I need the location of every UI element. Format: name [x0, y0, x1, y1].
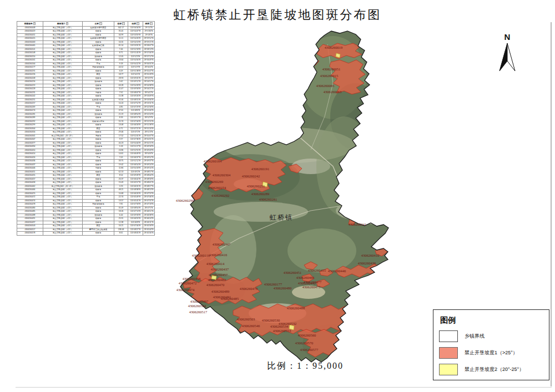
spot-number-label: 4306260458 [183, 277, 201, 281]
north-arrow-right-half [507, 43, 515, 71]
spot-number-label: 4306260051 [322, 67, 341, 71]
spot-number-label: 4306260504 [188, 304, 206, 308]
spot-number-label: 4306260299 [176, 198, 194, 202]
spot-number-label: 4306260517 [189, 310, 208, 314]
spot-number-label: 4306260577 [300, 348, 319, 352]
spot-number-label: 4306260472 [179, 281, 197, 285]
spot-number-label: 4306260292 [211, 194, 230, 197]
spot-number-label: 4306260455 [308, 268, 326, 272]
spot-number-label: 4306260553 [273, 329, 291, 333]
spot-number-label: 4306260274 [208, 186, 226, 190]
spot-number-label: 4306260436 [358, 261, 376, 265]
scale-label: 比例：1：95,000 [239, 360, 372, 372]
spot-number-label: 4306260416 [209, 253, 228, 257]
spot-number-label: 4306260015 [320, 74, 339, 78]
spot-number-label: 4306260560 [298, 333, 316, 337]
spot-number-label: 4306260347 [213, 242, 231, 246]
spot-number-label: 4306260242 [242, 174, 260, 178]
legend-swatch-slope1 [439, 347, 458, 359]
spot-number-label: 4306260191 [251, 167, 270, 171]
north-arrow: N [500, 32, 515, 71]
spot-number-label: 4306260480 [274, 286, 292, 290]
spot-number-label: 4306260570 [295, 341, 314, 345]
spot-number-label: 4306260451 [284, 271, 302, 274]
spot-number-label: 4306260530 [262, 318, 280, 322]
spot-number-label: 4306260281 [259, 197, 278, 201]
spot-number-label: 4306260446 [328, 269, 346, 273]
spot-number-label: 4306260063 [324, 90, 342, 94]
spot-number-label: 4306260437 [211, 267, 229, 271]
spot-number-label: 4306260474 [176, 288, 195, 292]
spot-number-label: 4306260497 [190, 299, 209, 303]
legend-item-boundary: 乡镇界线 [439, 330, 549, 342]
spot-number-label: 4306260457 [210, 273, 228, 277]
legend-label: 乡镇界线 [465, 333, 485, 340]
spot-number-label: 4306260177 [264, 282, 282, 286]
legend-panel: 图例 乡镇界线禁止开垦坡度1（>25°）禁止开垦坡度2（20°-25°） [433, 309, 549, 380]
north-arrow-left-half [500, 43, 507, 71]
spot-number-label: 4306260065 [316, 84, 335, 88]
spot-number-label: 4306260341 [349, 222, 367, 226]
spot-number-label: 4306260116 [192, 253, 210, 257]
legend-swatch-slope2 [439, 364, 458, 375]
spot-number-label: 4306260478 [240, 287, 258, 291]
spot-number-label: 4306260534 [270, 324, 289, 328]
spot-number-label: 4306260462 [208, 278, 226, 282]
spot-number-label: 4306260414 [206, 262, 225, 266]
spot-number-label: 4306260466 [296, 276, 315, 279]
sheet-right-edge [551, 22, 552, 386]
legend-label: 禁止开垦坡度1（>25°） [465, 349, 518, 357]
legend-swatch-boundary [439, 330, 458, 342]
spot-number-label: 4306260164 [204, 159, 222, 163]
town-name-label: 虹桥镇 [270, 213, 293, 221]
north-arrow-label: N [504, 32, 511, 42]
spot-number-label: 4306260485 [221, 297, 239, 301]
spot-number-label: 4306260269 [205, 180, 224, 184]
spot-number-label: 4306260475 [302, 285, 321, 289]
legend-label: 禁止开垦坡度2（20°-25°） [465, 366, 524, 373]
legend-title: 图例 [440, 315, 549, 325]
spot-number-label: 4306260477 [304, 280, 322, 284]
spot-number-label: 4306260410 [361, 253, 380, 257]
map-sheet: 虹桥镇禁止开垦陡坡地图斑分布图 图斑编号▾禁垦项目▾名称▾面积▾经度▾纬度▾ 4… [0, 0, 555, 392]
spot-number-label: 4306260289 [251, 192, 270, 196]
legend-item-slope2: 禁止开垦坡度2（20°-25°） [439, 364, 549, 375]
spot-number-label: 4306260489 [211, 289, 230, 293]
spot-number-label: 4306260488 [287, 306, 305, 310]
spot-number-label: 4306260503 [237, 317, 255, 321]
spot-number-label: 4306260304 [213, 173, 231, 177]
spot-number-label: 4306260470 [206, 283, 225, 287]
legend-item-slope1: 禁止开垦坡度1（>25°） [439, 347, 549, 359]
spot-number-label: 4306260251 [247, 184, 265, 188]
sheet-bottom-edge [16, 387, 552, 388]
spot-number-label: 4306260546 [242, 324, 260, 328]
spot-number-label: 4306260019 [325, 45, 343, 49]
